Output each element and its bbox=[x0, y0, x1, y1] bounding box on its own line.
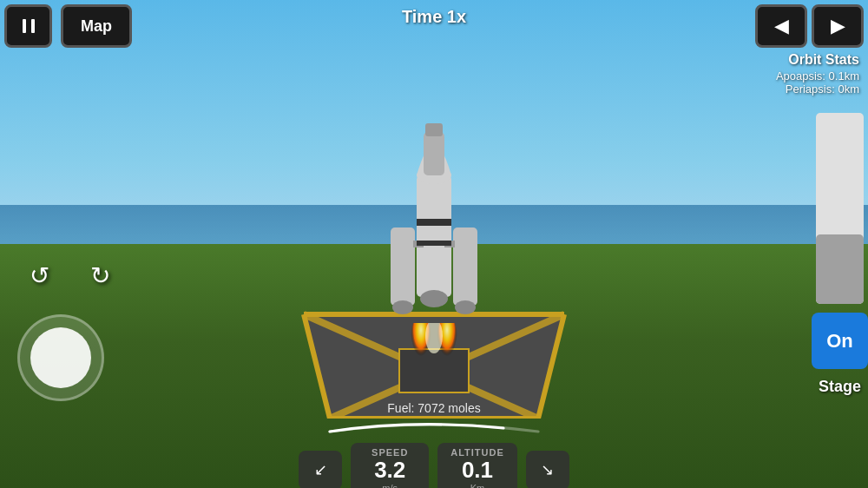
rocket bbox=[382, 106, 486, 349]
time-display: Time 1x bbox=[402, 7, 466, 27]
svg-rect-14 bbox=[425, 123, 443, 136]
speed-box: SPEED 3.2 m/s bbox=[351, 443, 429, 488]
altitude-unit: Km bbox=[450, 483, 504, 488]
orbit-stats-title: Orbit Stats bbox=[776, 52, 859, 68]
stage-button[interactable]: Stage bbox=[819, 378, 861, 396]
fuel-bar-container: Fuel: 7072 moles bbox=[295, 401, 573, 439]
svg-rect-25 bbox=[31, 19, 35, 33]
speed-value: 3.2 bbox=[364, 458, 416, 483]
bottom-hud: Fuel: 7072 moles ↙ SPEED 3.2 m/s ALTITUD… bbox=[260, 401, 608, 488]
right-panel: On Stage bbox=[812, 113, 868, 396]
apoapsis-stat: Apoapsis: 0.1km bbox=[776, 69, 859, 82]
altitude-value: 0.1 bbox=[450, 458, 504, 483]
svg-point-18 bbox=[455, 300, 476, 314]
altitude-box: ALTITUDE 0.1 Km bbox=[437, 443, 517, 488]
game-view: Map Time 1x ◀ ▶ Orbit Stats Apoapsis: 0.… bbox=[0, 0, 868, 488]
joystick-thumb bbox=[30, 327, 91, 388]
arrow-right-button[interactable]: ↘ bbox=[526, 451, 569, 488]
on-button[interactable]: On bbox=[812, 313, 868, 369]
left-controls: ↺ ↻ bbox=[17, 254, 122, 401]
top-bar: Map Time 1x ◀ ▶ bbox=[0, 0, 868, 52]
rotate-ccw-button[interactable]: ↺ bbox=[17, 254, 61, 297]
time-back-button[interactable]: ◀ bbox=[755, 4, 807, 48]
speed-unit: m/s bbox=[364, 483, 416, 488]
scroll-thumb[interactable] bbox=[816, 234, 864, 304]
rotate-cw-button[interactable]: ↻ bbox=[78, 254, 122, 297]
svg-rect-11 bbox=[417, 175, 451, 297]
svg-point-17 bbox=[392, 300, 413, 314]
svg-rect-16 bbox=[453, 228, 477, 306]
scroll-area[interactable] bbox=[816, 113, 864, 304]
pause-button[interactable] bbox=[4, 4, 52, 48]
rotate-buttons: ↺ ↻ bbox=[17, 254, 122, 297]
joystick[interactable] bbox=[17, 314, 104, 401]
arrow-left-button[interactable]: ↙ bbox=[299, 451, 342, 488]
svg-rect-13 bbox=[424, 132, 444, 175]
periapsis-stat: Periapsis: 0km bbox=[776, 82, 859, 96]
map-button[interactable]: Map bbox=[61, 4, 132, 48]
svg-point-19 bbox=[420, 290, 448, 307]
stats-row: ↙ SPEED 3.2 m/s ALTITUDE 0.1 Km ↘ bbox=[299, 443, 569, 488]
svg-rect-24 bbox=[23, 19, 26, 33]
svg-rect-23 bbox=[417, 241, 451, 246]
svg-rect-22 bbox=[417, 219, 451, 226]
time-controls: ◀ ▶ bbox=[755, 4, 864, 48]
time-forward-button[interactable]: ▶ bbox=[812, 4, 864, 48]
svg-rect-15 bbox=[391, 228, 415, 306]
orbit-stats-panel: Orbit Stats Apoapsis: 0.1km Periapsis: 0… bbox=[776, 52, 859, 96]
fuel-text: Fuel: 7072 moles bbox=[295, 401, 573, 415]
